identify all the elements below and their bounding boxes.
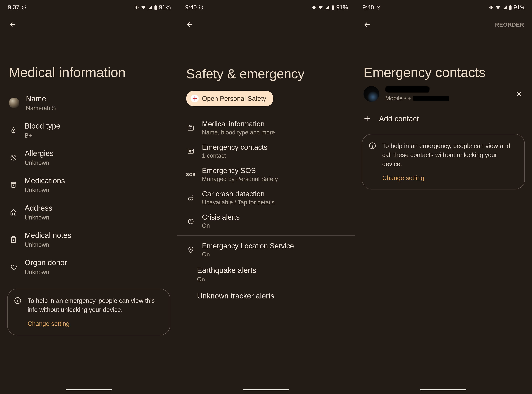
reorder-button[interactable]: REORDER bbox=[495, 21, 524, 28]
row-sub: Unknown bbox=[25, 214, 168, 221]
contact-card-icon bbox=[186, 147, 195, 156]
row-title: Address bbox=[25, 204, 168, 213]
contact-phone: Mobile • + bbox=[385, 95, 509, 102]
svg-rect-11 bbox=[313, 6, 315, 9]
row-title: Blood type bbox=[25, 121, 168, 130]
row-emergency-sos[interactable]: SOS Emergency SOS Managed by Personal Sa… bbox=[177, 163, 355, 186]
row-sub: Name, blood type and more bbox=[202, 129, 346, 136]
svg-rect-6 bbox=[11, 182, 16, 184]
block-icon bbox=[9, 153, 18, 162]
row-sub: Managed by Personal Safety bbox=[202, 176, 346, 182]
svg-rect-21 bbox=[509, 5, 511, 10]
row-title: Unknown tracker alerts bbox=[197, 291, 346, 300]
wifi-icon bbox=[141, 5, 146, 10]
row-emergency-location[interactable]: Emergency Location Service On bbox=[177, 238, 355, 262]
svg-rect-20 bbox=[490, 6, 492, 9]
info-card: To help in an emergency, people can view… bbox=[7, 289, 170, 335]
sos-icon: SOS bbox=[186, 170, 195, 179]
row-name[interactable]: Name Namerah S bbox=[0, 89, 177, 117]
row-unknown-tracker[interactable]: Unknown tracker alerts bbox=[177, 287, 355, 300]
remove-contact-button[interactable] bbox=[515, 90, 523, 98]
svg-rect-12 bbox=[332, 5, 334, 10]
battery-text: 91% bbox=[336, 4, 348, 11]
row-sub: On bbox=[202, 222, 346, 229]
row-sub: Unknown bbox=[25, 241, 168, 248]
row-title: Crisis alerts bbox=[202, 213, 346, 221]
vibrate-icon bbox=[489, 5, 494, 10]
row-sub: Unknown bbox=[25, 159, 168, 166]
contact-row[interactable]: Mobile • + bbox=[355, 86, 532, 108]
app-bar: REORDER bbox=[355, 13, 532, 32]
row-title: Emergency contacts bbox=[202, 143, 346, 151]
row-sub: Unknown bbox=[25, 269, 168, 276]
screen-medical-info: 9:37 91% Medical information Name Namera… bbox=[0, 0, 177, 394]
signal-icon bbox=[325, 5, 330, 10]
row-allergies[interactable]: Allergies Unknown bbox=[0, 144, 177, 171]
row-sub: Unknown bbox=[25, 187, 168, 194]
medication-icon bbox=[9, 180, 18, 189]
row-title: Name bbox=[26, 94, 168, 103]
row-title: Medical notes bbox=[25, 231, 168, 240]
svg-rect-3 bbox=[155, 5, 156, 6]
alarm-icon bbox=[376, 5, 381, 10]
row-car-crash[interactable]: Car crash detection Unavailable / Tap fo… bbox=[177, 186, 355, 209]
row-medications[interactable]: Medications Unknown bbox=[0, 171, 177, 198]
row-sub: 1 contact bbox=[202, 152, 346, 159]
nav-handle[interactable] bbox=[243, 389, 289, 390]
row-title: Medications bbox=[25, 176, 168, 185]
safety-app-icon bbox=[191, 94, 199, 103]
row-organ-donor[interactable]: Organ donor Unknown bbox=[0, 253, 177, 280]
battery-icon bbox=[509, 5, 512, 10]
contact-name-redacted bbox=[385, 86, 509, 93]
back-button[interactable] bbox=[363, 20, 372, 29]
back-button[interactable] bbox=[185, 20, 194, 29]
svg-rect-13 bbox=[333, 5, 334, 6]
add-contact-label: Add contact bbox=[379, 114, 419, 123]
row-emergency-contacts[interactable]: Emergency contacts 1 contact bbox=[177, 140, 355, 163]
vibrate-icon bbox=[134, 5, 139, 10]
battery-icon bbox=[331, 5, 335, 10]
row-earthquake-alerts[interactable]: Earthquake alerts On bbox=[177, 262, 355, 287]
back-button[interactable] bbox=[8, 20, 17, 29]
nav-handle[interactable] bbox=[66, 389, 112, 390]
svg-rect-15 bbox=[190, 125, 192, 126]
row-title: Allergies bbox=[25, 149, 168, 158]
svg-point-17 bbox=[189, 150, 190, 151]
info-icon bbox=[369, 142, 377, 150]
status-time: 9:40 bbox=[185, 4, 197, 11]
divider bbox=[177, 235, 355, 236]
wifi-icon bbox=[318, 5, 323, 10]
wifi-icon bbox=[495, 5, 501, 10]
id-card-icon bbox=[186, 123, 195, 132]
status-time: 9:37 bbox=[8, 4, 19, 11]
row-title: Medical information bbox=[202, 120, 346, 128]
alarm-icon bbox=[21, 5, 26, 10]
row-medical-info[interactable]: Medical information Name, blood type and… bbox=[177, 116, 355, 140]
row-address[interactable]: Address Unknown bbox=[0, 199, 177, 226]
row-blood-type[interactable]: Blood type B+ bbox=[0, 117, 177, 144]
vibrate-icon bbox=[312, 5, 316, 10]
row-title: Emergency Location Service bbox=[202, 242, 346, 250]
open-personal-safety-button[interactable]: Open Personal Safety bbox=[186, 91, 273, 106]
status-bar: 9:37 91% bbox=[0, 0, 177, 13]
battery-icon bbox=[154, 5, 157, 10]
row-title: Emergency SOS bbox=[202, 166, 346, 175]
nav-handle[interactable] bbox=[420, 389, 466, 390]
add-contact-button[interactable]: Add contact bbox=[355, 108, 532, 129]
row-title: Car crash detection bbox=[202, 190, 346, 198]
change-setting-link[interactable]: Change setting bbox=[382, 174, 424, 182]
row-sub: Unavailable / Tap for details bbox=[202, 199, 346, 206]
row-medical-notes[interactable]: Medical notes Unknown bbox=[0, 226, 177, 253]
car-crash-icon bbox=[186, 193, 195, 202]
change-setting-link[interactable]: Change setting bbox=[28, 319, 70, 328]
row-sub: Namerah S bbox=[26, 104, 168, 112]
plus-icon bbox=[364, 115, 371, 122]
svg-rect-2 bbox=[154, 5, 157, 10]
battery-text: 91% bbox=[159, 4, 171, 11]
row-crisis-alerts[interactable]: Crisis alerts On bbox=[177, 209, 355, 233]
page-title: Safety & emergency bbox=[177, 32, 355, 91]
screen-safety-emergency: 9:40 91% Safety & emergency Open Persona… bbox=[177, 0, 355, 394]
avatar bbox=[9, 98, 19, 108]
row-sub: B+ bbox=[25, 132, 168, 139]
signal-icon bbox=[148, 5, 152, 10]
